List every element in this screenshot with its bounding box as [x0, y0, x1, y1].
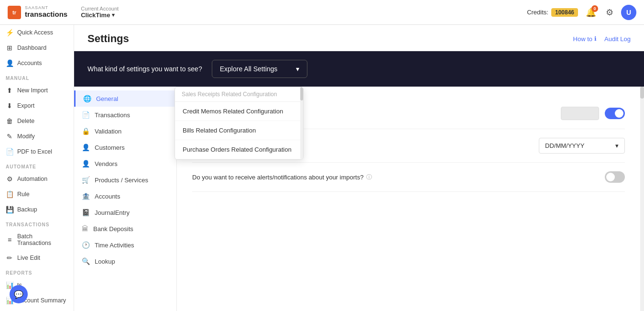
alerts-info-icon[interactable]: ⓘ — [366, 173, 372, 181]
settings-nav-label-customers: Customers — [95, 144, 125, 151]
settings-nav-products-services[interactable]: 🛒 Products / Services — [74, 172, 176, 188]
settings-nav-vendors[interactable]: 👤 Vendors — [74, 156, 176, 172]
settings-nav-lookup[interactable]: 🔍 Lookup — [74, 253, 176, 269]
sidebar-label-modify: Modify — [17, 133, 35, 140]
audit-log-text: Audit Log — [604, 35, 631, 43]
modify-icon: ✎ — [6, 133, 13, 140]
bank-deposits-icon: 🏛 — [82, 225, 88, 233]
sidebar-item-batch-transactions[interactable]: ≡ Batch Transactions — [0, 229, 74, 250]
dropdown-item-bills-label: Bills Related Configuration — [183, 127, 256, 134]
dashboard-icon: ⊞ — [6, 44, 13, 52]
sidebar-item-backup[interactable]: 💾 Backup — [0, 202, 74, 217]
logo-area: tr saasant transactions Current Account … — [8, 6, 119, 19]
customers-icon: 👤 — [82, 144, 90, 151]
settings-nav-validation[interactable]: 🔒 Validation — [74, 123, 176, 139]
live-edit-icon: ✏ — [6, 254, 13, 262]
sidebar-label-rule: Rule — [17, 191, 30, 198]
header-right: Credits: 100846 🔔 0 ⚙ U — [527, 5, 636, 20]
create-automatically-toggle[interactable] — [605, 108, 625, 119]
settings-nav-journal-entry[interactable]: 📓 JournalEntry — [74, 204, 176, 221]
alerts-text: Do you want to receive alerts/notificati… — [192, 174, 363, 181]
settings-nav-transactions[interactable]: 📄 Transactions — [74, 107, 176, 123]
user-avatar-button[interactable]: U — [621, 5, 636, 20]
audit-log-link[interactable]: Audit Log — [604, 35, 631, 43]
settings-bar: What kind of settings you want to see? E… — [74, 51, 644, 87]
sidebar-label-quick-access: Quick Access — [17, 29, 53, 36]
sidebar-item-rule[interactable]: 📋 Rule — [0, 187, 74, 202]
dropdown-item-purchase-orders-label: Purchase Orders Related Configuration — [183, 146, 292, 153]
product-name: transactions — [25, 11, 67, 19]
app-body: ⚡ Quick Access ⊞ Dashboard 👤 Accounts MA… — [0, 25, 644, 311]
backup-icon: 💾 — [6, 206, 13, 213]
how-to-link[interactable]: How to ℹ — [573, 35, 597, 43]
settings-nav-label-general: General — [96, 95, 118, 102]
sidebar-item-dashboard[interactable]: ⊞ Dashboard — [0, 40, 74, 56]
export-icon: ⬇ — [6, 102, 13, 110]
batch-transactions-icon: ≡ — [6, 236, 13, 244]
credits-area: Credits: 100846 — [527, 8, 578, 17]
create-automatically-controls — [561, 107, 625, 120]
settings-gear-button[interactable]: ⚙ — [604, 5, 615, 20]
account-name-btn[interactable]: ClickTime ▾ — [81, 11, 119, 19]
header-links: How to ℹ Audit Log — [573, 35, 631, 43]
sidebar-item-export[interactable]: ⬇ Export — [0, 98, 74, 113]
chevron-down-icon: ▾ — [112, 12, 115, 18]
sidebar-item-delete[interactable]: 🗑 Delete — [0, 113, 74, 129]
dropdown-item-bills[interactable]: Bills Related Configuration — [175, 121, 303, 140]
sidebar: ⚡ Quick Access ⊞ Dashboard 👤 Accounts MA… — [0, 25, 74, 311]
settings-nav-bank-deposits[interactable]: 🏛 Bank Deposits — [74, 221, 176, 237]
notifications-button[interactable]: 🔔 0 — [584, 5, 598, 20]
sidebar-label-accounts: Accounts — [17, 60, 42, 67]
dropdown-item-credit-memos[interactable]: Credit Memos Related Configuration — [175, 102, 303, 121]
setting-row-alerts: Do you want to receive alerts/notificati… — [192, 163, 625, 192]
rule-icon: 📋 — [6, 190, 13, 198]
chat-icon: 💬 — [14, 290, 23, 299]
account-label: Current Account — [81, 6, 119, 11]
date-format-dropdown[interactable]: DD/MM/YYYY ▾ — [539, 138, 625, 154]
alerts-toggle-slider — [605, 171, 625, 183]
settings-dropdown-menu: Sales Receipts Related Configuration Cre… — [175, 87, 304, 160]
dropdown-item-purchase-orders[interactable]: Purchase Orders Related Configuration — [175, 140, 303, 159]
quick-access-icon: ⚡ — [6, 29, 13, 36]
transactions-section-header: TRANSACTIONS — [0, 217, 74, 229]
settings-nav-general[interactable]: 🌐 General — [74, 90, 176, 107]
credits-value: 100846 — [551, 8, 578, 17]
settings-nav-label-transactions: Transactions — [95, 111, 130, 119]
settings-nav-accounts[interactable]: 🏦 Accounts — [74, 188, 176, 204]
products-services-icon: 🛒 — [82, 176, 90, 184]
explore-dropdown-label: Explore All Settings — [220, 65, 278, 73]
alerts-toggle[interactable] — [605, 171, 625, 183]
sidebar-label-new-import: New Import — [17, 87, 48, 94]
sidebar-item-modify[interactable]: ✎ Modify — [0, 129, 74, 144]
settings-content: 🌐 General 📄 Transactions 🔒 Validation 👤 … — [74, 87, 644, 311]
settings-nav-customers[interactable]: 👤 Customers — [74, 139, 176, 156]
scrollbar-thumb — [640, 87, 644, 99]
new-import-icon: ⬆ — [6, 87, 13, 94]
settings-nav-label-bank-deposits: Bank Deposits — [93, 225, 133, 233]
settings-nav-label-accounts: Accounts — [95, 193, 120, 200]
sidebar-item-quick-access[interactable]: ⚡ Quick Access — [0, 25, 74, 40]
accounts-top-icon: 👤 — [6, 59, 13, 67]
sidebar-item-new-import[interactable]: ⬆ New Import — [0, 83, 74, 98]
explore-all-settings-dropdown[interactable]: Explore All Settings ▾ — [212, 60, 307, 78]
manual-section-header: MANUAL — [0, 71, 74, 83]
chat-support-button[interactable]: 💬 — [10, 285, 28, 303]
journal-entry-icon: 📓 — [82, 209, 90, 216]
pdf-excel-icon: 📄 — [6, 148, 13, 156]
alerts-label: Do you want to receive alerts/notificati… — [192, 173, 372, 181]
sidebar-item-automation[interactable]: ⚙ Automation — [0, 171, 74, 187]
credits-label: Credits: — [527, 9, 548, 16]
automation-icon: ⚙ — [6, 175, 13, 183]
how-to-text: How to — [573, 35, 592, 43]
settings-nav-label-vendors: Vendors — [95, 160, 118, 167]
transactions-nav-icon: 📄 — [82, 111, 90, 119]
settings-nav-time-activities[interactable]: 🕐 Time Activities — [74, 237, 176, 253]
account-name-text: ClickTime — [81, 11, 110, 19]
dropdown-item-sales-receipts[interactable]: Sales Receipts Related Configuration — [175, 87, 303, 102]
sidebar-item-accounts-top[interactable]: 👤 Accounts — [0, 56, 74, 71]
sidebar-item-pdf-excel[interactable]: 📄 PDF to Excel — [0, 144, 74, 159]
main-scrollbar — [640, 87, 644, 311]
chevron-down-icon: ▾ — [296, 65, 299, 73]
sidebar-item-live-edit[interactable]: ✏ Live Edit — [0, 250, 74, 266]
sidebar-label-dashboard: Dashboard — [17, 44, 46, 51]
